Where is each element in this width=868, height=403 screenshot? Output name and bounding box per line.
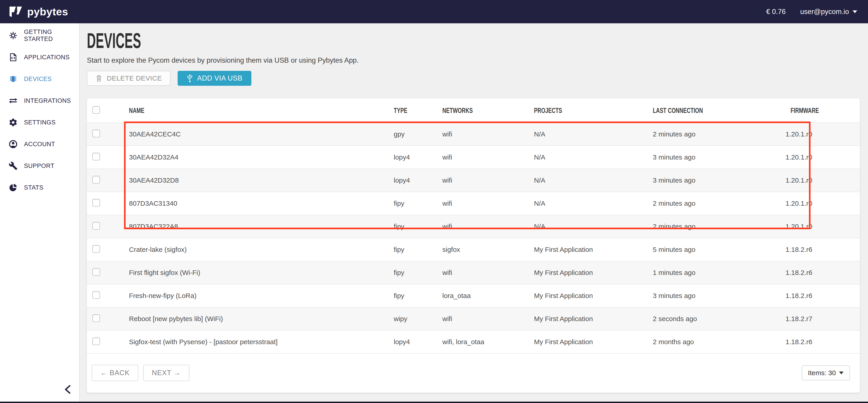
table-row[interactable]: Fresh-new-fipy (LoRa) fipy lora_otaa My … bbox=[87, 284, 860, 307]
col-header-projects: PROJECTS bbox=[534, 106, 653, 115]
row-checkbox[interactable] bbox=[92, 291, 100, 299]
row-checkbox[interactable] bbox=[92, 176, 100, 184]
brand[interactable]: pybytes bbox=[9, 5, 68, 18]
device-networks: wifi, lora_otaa bbox=[442, 338, 534, 346]
device-last-connection: 2 minutes ago bbox=[653, 130, 779, 138]
device-firmware: 1.18.2.r6 bbox=[779, 292, 860, 300]
device-type: gpy bbox=[394, 130, 442, 138]
device-networks: wifi bbox=[442, 269, 534, 277]
sidebar-item-integrations[interactable]: INTEGRATIONS bbox=[0, 90, 79, 112]
sidebar-item-devices[interactable]: DEVICES bbox=[0, 68, 79, 90]
sidebar-item-label: STATS bbox=[24, 184, 43, 191]
device-networks: wifi bbox=[442, 223, 534, 230]
select-all-checkbox[interactable] bbox=[92, 106, 100, 114]
sidebar-item-label: ACCOUNT bbox=[24, 141, 55, 148]
device-projects: My First Application bbox=[534, 246, 653, 253]
device-name: Sigfox-test (with Pysense) - [pastoor pe… bbox=[129, 338, 394, 346]
device-networks: wifi bbox=[442, 153, 534, 161]
row-checkbox[interactable] bbox=[92, 245, 100, 253]
table-body: 30AEA42CEC4C gpy wifi N/A 2 minutes ago … bbox=[87, 122, 860, 353]
sidebar-item-settings[interactable]: SETTINGS bbox=[0, 112, 79, 133]
device-name: 807D3AC31340 bbox=[129, 199, 394, 207]
device-projects: N/A bbox=[534, 130, 653, 138]
sidebar-item-label: SETTINGS bbox=[24, 119, 56, 126]
main-content: DEVICES Start to explore the Pycom devic… bbox=[80, 23, 868, 402]
devices-table: NAME TYPE NETWORKS PROJECTS LAST CONNECT… bbox=[87, 98, 860, 393]
trash-icon bbox=[95, 75, 102, 82]
table-row[interactable]: Sigfox-test (with Pysense) - [pastoor pe… bbox=[87, 330, 860, 353]
device-firmware: 1.20.1.r0 bbox=[779, 177, 860, 184]
device-type: lopy4 bbox=[394, 153, 442, 161]
row-checkbox[interactable] bbox=[92, 337, 100, 345]
row-checkbox[interactable] bbox=[92, 153, 100, 160]
delete-device-button[interactable]: DELETE DEVICE bbox=[87, 71, 170, 86]
table-row[interactable]: 807D3AC31340 fipy wifi N/A 2 minutes ago… bbox=[87, 192, 860, 215]
device-name: 30AEA42D32A4 bbox=[129, 153, 394, 161]
pycom-logo-icon bbox=[9, 6, 23, 18]
device-name: 807D3AC322A8 bbox=[129, 223, 394, 230]
row-checkbox[interactable] bbox=[92, 199, 100, 207]
device-type: wipy bbox=[394, 315, 442, 323]
table-row[interactable]: 30AEA42CEC4C gpy wifi N/A 2 minutes ago … bbox=[87, 122, 860, 146]
device-last-connection: 1 minutes ago bbox=[653, 269, 779, 277]
device-projects: N/A bbox=[534, 153, 653, 161]
device-networks: wifi bbox=[442, 199, 534, 207]
table-row[interactable]: 30AEA42D32D8 lopy4 wifi N/A 3 minutes ag… bbox=[87, 168, 860, 192]
row-checkbox[interactable] bbox=[92, 314, 100, 322]
next-button[interactable]: NEXT → bbox=[143, 365, 189, 381]
device-last-connection: 2 minutes ago bbox=[653, 199, 779, 207]
chevron-down-icon bbox=[839, 372, 843, 374]
pie-chart-icon bbox=[9, 183, 18, 192]
table-row[interactable]: Reboot [new pybytes lib] (WiFi) wipy wif… bbox=[87, 307, 860, 330]
col-header-firmware: FIRMWARE bbox=[779, 106, 860, 115]
chip-icon bbox=[9, 74, 18, 84]
pagination: ← BACK NEXT → Items: 30 bbox=[87, 353, 860, 392]
device-name: 30AEA42D32D8 bbox=[129, 177, 394, 184]
arrows-swap-icon bbox=[9, 96, 18, 105]
top-navbar: pybytes € 0.76 user@pycom.io bbox=[0, 0, 868, 23]
table-row[interactable]: First flight sigfox (Wi-Fi) fipy wifi My… bbox=[87, 261, 860, 284]
sidebar-item-stats[interactable]: STATS bbox=[0, 177, 79, 198]
chevron-left-icon bbox=[63, 384, 73, 395]
collapse-sidebar-button[interactable] bbox=[61, 383, 75, 396]
delete-device-label: DELETE DEVICE bbox=[107, 74, 162, 82]
table-row[interactable]: 807D3AC322A8 fipy wifi N/A 2 minutes ago… bbox=[87, 215, 860, 238]
account-balance: € 0.76 bbox=[766, 8, 786, 16]
items-per-page-label: Items: 30 bbox=[808, 369, 836, 377]
device-firmware: 1.18.2.r6 bbox=[779, 246, 860, 253]
device-last-connection: 2 seconds ago bbox=[653, 315, 779, 323]
device-name: 30AEA42CEC4C bbox=[129, 130, 394, 138]
usb-icon bbox=[187, 74, 193, 83]
table-row[interactable]: Crater-lake (sigfox) fipy sigfox My Firs… bbox=[87, 238, 860, 261]
chevron-down-icon bbox=[852, 10, 857, 13]
sidebar-item-account[interactable]: ACCOUNT bbox=[0, 133, 79, 155]
device-type: lopy4 bbox=[394, 338, 442, 346]
table-header: NAME TYPE NETWORKS PROJECTS LAST CONNECT… bbox=[87, 98, 860, 122]
user-menu[interactable]: user@pycom.io bbox=[800, 8, 857, 16]
device-type: fipy bbox=[394, 199, 442, 207]
sidebar-item-support[interactable]: SUPPORT bbox=[0, 155, 79, 177]
device-type: fipy bbox=[394, 246, 442, 253]
device-projects: My First Application bbox=[534, 292, 653, 300]
gear-icon bbox=[9, 118, 18, 127]
device-networks: wifi bbox=[442, 315, 534, 323]
add-via-usb-button[interactable]: ADD VIA USB bbox=[178, 71, 251, 86]
device-projects: N/A bbox=[534, 223, 653, 230]
back-button[interactable]: ← BACK bbox=[92, 365, 138, 381]
device-last-connection: 3 minutes ago bbox=[653, 153, 779, 161]
row-checkbox[interactable] bbox=[92, 268, 100, 276]
wrench-icon bbox=[9, 161, 18, 170]
device-type: fipy bbox=[394, 292, 442, 300]
table-row[interactable]: 30AEA42D32A4 lopy4 wifi N/A 3 minutes ag… bbox=[87, 146, 860, 168]
device-last-connection: 2 minutes ago bbox=[653, 223, 779, 230]
row-checkbox[interactable] bbox=[92, 222, 100, 230]
sidebar-item-applications[interactable]: APPLICATIONS bbox=[0, 46, 79, 68]
sidebar-item-getting-started[interactable]: GETTING STARTED bbox=[0, 25, 79, 46]
user-icon bbox=[9, 140, 18, 149]
items-per-page-dropdown[interactable]: Items: 30 bbox=[802, 366, 850, 380]
device-name: Reboot [new pybytes lib] (WiFi) bbox=[129, 315, 394, 323]
add-via-usb-label: ADD VIA USB bbox=[197, 74, 242, 82]
device-networks: wifi bbox=[442, 177, 534, 184]
col-header-type: TYPE bbox=[394, 106, 442, 115]
row-checkbox[interactable] bbox=[92, 130, 100, 137]
